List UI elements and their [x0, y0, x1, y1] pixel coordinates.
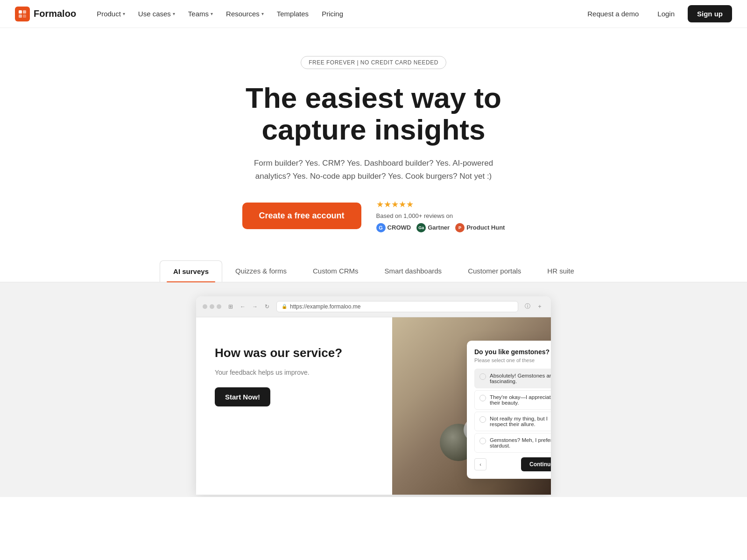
- svg-rect-1: [23, 10, 26, 14]
- login-button[interactable]: Login: [652, 6, 680, 21]
- lock-icon: 🔒: [282, 304, 287, 309]
- browser-nav-icons: ⊞ ← → ↻: [226, 302, 272, 311]
- overlay-quiz-card: Do you like gemstones? Please select one…: [467, 341, 551, 479]
- reviews-area: ★★★★★ Based on 1,000+ reviews on G CROWD…: [376, 199, 505, 232]
- survey-right-panel: Do you like gemstones? Please select one…: [392, 317, 551, 495]
- overlay-card-subtitle: Please select one of these: [474, 357, 551, 363]
- tab-ai-surveys[interactable]: AI surveys: [160, 260, 222, 282]
- g-crowd-logo: G CROWD: [376, 223, 411, 232]
- svg-rect-3: [23, 14, 26, 18]
- tab-hr-suite[interactable]: HR suite: [534, 260, 587, 281]
- survey-title: How was our service?: [215, 345, 374, 361]
- tab-quizzes-forms[interactable]: Quizzes & forms: [222, 260, 300, 281]
- option-radio-3: [479, 416, 486, 423]
- nav-item-product[interactable]: Product ▾: [91, 6, 131, 21]
- browser-url-bar[interactable]: 🔒 https://example.formaloo.me: [276, 301, 518, 312]
- svg-rect-2: [19, 14, 22, 18]
- browser-dot-red: [203, 304, 207, 309]
- gartner-icon: Ga: [416, 223, 426, 232]
- star-rating: ★★★★★: [376, 199, 414, 210]
- chevron-down-icon: ▾: [123, 11, 125, 16]
- signup-button[interactable]: Sign up: [688, 5, 732, 22]
- tabs-section: AI surveys Quizzes & forms Custom CRMs S…: [0, 251, 747, 497]
- logo-text: Formaloo: [34, 8, 76, 19]
- chevron-down-icon: ▾: [261, 11, 264, 16]
- overlay-card-title: Do you like gemstones?: [474, 348, 551, 356]
- browser-bar: ⊞ ← → ↻ 🔒 https://example.formaloo.me ⓘ …: [196, 296, 551, 317]
- hero-title: The easiest way to capture insights: [210, 82, 537, 146]
- nav-item-resources[interactable]: Resources ▾: [220, 6, 269, 21]
- start-now-button[interactable]: Start Now!: [215, 387, 270, 406]
- svg-rect-0: [19, 10, 22, 14]
- hero-cta-row: Create a free account ★★★★★ Based on 1,0…: [9, 199, 738, 232]
- hero-section: FREE FOREVER | NO CREDIT CARD NEEDED The…: [0, 28, 747, 251]
- browser-back-icon[interactable]: ←: [238, 302, 247, 311]
- nav-item-pricing[interactable]: Pricing: [316, 6, 349, 21]
- nav-item-teams[interactable]: Teams ▾: [183, 6, 218, 21]
- browser-refresh-icon[interactable]: ↻: [262, 302, 272, 311]
- browser-info-icon[interactable]: ⓘ: [523, 302, 532, 311]
- reviews-label: Based on 1,000+ reviews on: [376, 212, 453, 219]
- continue-button[interactable]: Continue: [521, 457, 551, 471]
- tab-customer-portals[interactable]: Customer portals: [455, 260, 534, 281]
- option-item-2[interactable]: They're okay—I appreciate their beauty.: [474, 390, 551, 410]
- review-logos: G CROWD Ga Gartner P Product Hunt: [376, 223, 505, 232]
- survey-left-panel: How was our service? Your feedback helps…: [196, 317, 392, 495]
- nav-item-templates[interactable]: Templates: [271, 6, 314, 21]
- create-account-button[interactable]: Create a free account: [242, 203, 361, 229]
- nav-arrows: ‹: [474, 458, 486, 470]
- nav-links: Product ▾ Use cases ▾ Teams ▾ Resources …: [91, 6, 582, 21]
- logo-icon: [15, 7, 30, 21]
- option-radio-1: [479, 373, 486, 380]
- chevron-down-icon: ▾: [173, 11, 175, 16]
- logo[interactable]: Formaloo: [15, 7, 76, 21]
- browser-dot-green: [217, 304, 221, 309]
- browser-add-tab-icon[interactable]: +: [535, 302, 544, 311]
- hero-badge: FREE FOREVER | NO CREDIT CARD NEEDED: [301, 56, 446, 69]
- option-item-1[interactable]: Absolutely! Gemstones are fascinating.: [474, 369, 551, 388]
- browser-tabs-icon[interactable]: ⊞: [226, 302, 235, 311]
- browser-content: How was our service? Your feedback helps…: [196, 317, 551, 495]
- browser-window: ⊞ ← → ↻ 🔒 https://example.formaloo.me ⓘ …: [196, 296, 551, 495]
- navbar: Formaloo Product ▾ Use cases ▾ Teams ▾ R…: [0, 0, 747, 28]
- option-radio-2: [479, 395, 486, 401]
- browser-right-icons: ⓘ +: [523, 302, 544, 311]
- browser-forward-icon[interactable]: →: [250, 302, 260, 311]
- browser-dot-yellow: [210, 304, 214, 309]
- tab-custom-crms[interactable]: Custom CRMs: [300, 260, 372, 281]
- nav-item-use-cases[interactable]: Use cases ▾: [133, 6, 181, 21]
- tabs-bar: AI surveys Quizzes & forms Custom CRMs S…: [0, 260, 747, 282]
- browser-dots: [203, 304, 221, 309]
- option-radio-4: [479, 438, 486, 444]
- tab-smart-dashboards[interactable]: Smart dashboards: [372, 260, 455, 281]
- option-item-4[interactable]: Gemstones? Meh, I prefer stardust.: [474, 433, 551, 453]
- gartner-logo: Ga Gartner: [416, 223, 450, 232]
- option-item-3[interactable]: Not really my thing, but I respect their…: [474, 412, 551, 431]
- nav-right: Request a demo Login Sign up: [582, 5, 732, 22]
- request-demo-button[interactable]: Request a demo: [582, 6, 644, 21]
- g-crowd-icon: G: [376, 223, 386, 232]
- hero-subtitle: Form builder? Yes. CRM? Yes. Dashboard b…: [238, 157, 509, 182]
- product-hunt-logo: P Product Hunt: [455, 223, 505, 232]
- overlay-bottom-bar: ‹ Continue: [474, 457, 551, 471]
- product-hunt-icon: P: [455, 223, 465, 232]
- survey-subtitle: Your feedback helps us improve.: [215, 369, 374, 376]
- prev-arrow-button[interactable]: ‹: [474, 458, 486, 470]
- preview-section: ⊞ ← → ↻ 🔒 https://example.formaloo.me ⓘ …: [0, 282, 747, 497]
- chevron-down-icon: ▾: [211, 11, 213, 16]
